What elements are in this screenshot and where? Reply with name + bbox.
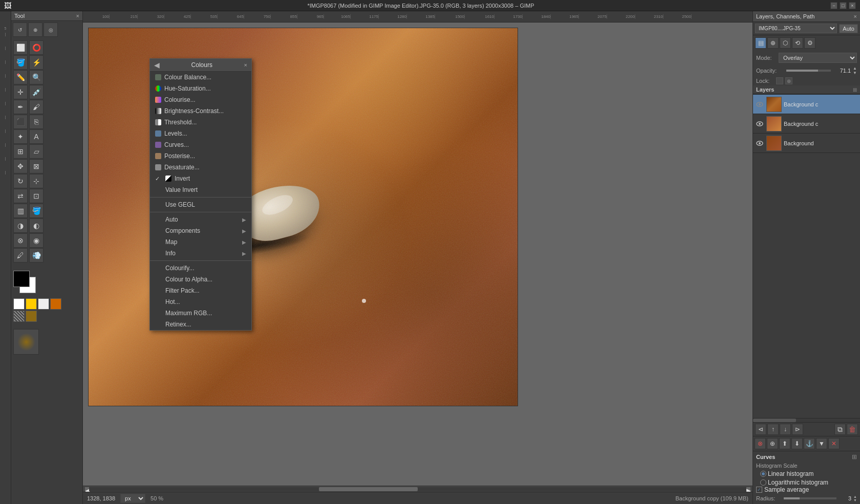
- linear-radio[interactable]: [760, 471, 766, 477]
- minimize-btn[interactable]: −: [830, 2, 837, 9]
- measure-tool[interactable]: ✛: [13, 85, 28, 99]
- opacity-up-btn[interactable]: ▲: [853, 66, 857, 71]
- colour-balance-item[interactable]: Colour Balance...: [150, 72, 251, 83]
- rect-select-tool[interactable]: ⬜: [13, 40, 28, 55]
- perspective-tool[interactable]: ⊡: [29, 189, 44, 203]
- hot-item[interactable]: Hot...: [150, 296, 251, 308]
- colourify-item[interactable]: Colourify...: [150, 262, 251, 274]
- move-tool[interactable]: ✥: [13, 159, 28, 173]
- use-gegl-item[interactable]: Use GEGL: [150, 199, 251, 210]
- dodge-tool[interactable]: ◑: [13, 218, 28, 233]
- components-item[interactable]: Components ▶: [150, 225, 251, 236]
- tab-channels-icon[interactable]: ⊕: [767, 37, 779, 49]
- maximum-rgb-item[interactable]: Maximum RGB...: [150, 308, 251, 319]
- canvas-wrapper[interactable]: ◀ Colours × Colour Balance... Hue-Satura…: [83, 23, 752, 486]
- paintbrush-tool[interactable]: 🖌: [29, 100, 44, 114]
- tool-panel-close-btn[interactable]: ×: [76, 13, 79, 19]
- fuzzy-select-tool[interactable]: ⚡: [29, 55, 44, 70]
- lock-pixels-check[interactable]: [776, 77, 783, 84]
- logarithmic-histogram-option[interactable]: Logarithmic histogram: [760, 479, 857, 486]
- white2-color-btn[interactable]: [38, 298, 49, 310]
- tool-option2-btn[interactable]: ⊕: [28, 23, 42, 37]
- colours-back-btn[interactable]: ◀: [154, 61, 160, 69]
- posterise-item[interactable]: Posterise...: [150, 150, 251, 162]
- auto-button[interactable]: Auto: [839, 24, 858, 33]
- foreground-color-swatch[interactable]: [13, 271, 30, 287]
- close-btn[interactable]: ×: [849, 2, 856, 9]
- h-scroll-thumb[interactable]: [319, 487, 418, 491]
- image-selector[interactable]: IMGP80....JPG-35: [755, 24, 837, 33]
- linear-histogram-option[interactable]: Linear histogram: [760, 470, 857, 477]
- ellipse-select-tool[interactable]: ⭕: [29, 40, 44, 55]
- value-invert-item[interactable]: Value Invert: [150, 184, 251, 195]
- layer-first-btn[interactable]: ⊲: [755, 424, 766, 435]
- burn-tool[interactable]: ◐: [29, 218, 44, 233]
- radius-slider[interactable]: [784, 497, 836, 499]
- merge-down-btn[interactable]: ▼: [816, 438, 827, 449]
- opacity-down-btn[interactable]: ▼: [853, 71, 857, 75]
- desaturate-item[interactable]: Desaturate...: [150, 162, 251, 173]
- h-scrollbar[interactable]: ◀ ▶: [83, 486, 752, 492]
- layers-scroll-thumb[interactable]: [753, 419, 796, 422]
- layer-eye-2[interactable]: [755, 119, 764, 128]
- layer-eye-3[interactable]: [755, 139, 764, 148]
- heal-tool[interactable]: ✦: [13, 129, 28, 144]
- colourise-item[interactable]: Colourise...: [150, 94, 251, 105]
- lock-position-icon[interactable]: ⊕: [785, 77, 792, 84]
- layer-last-btn[interactable]: ⊳: [792, 424, 803, 435]
- text-tool[interactable]: A: [29, 129, 44, 144]
- opacity-slider[interactable]: [786, 70, 831, 72]
- radius-up-btn[interactable]: ▲: [853, 495, 857, 498]
- auto-item[interactable]: Auto ▶: [150, 214, 251, 225]
- convolve-tool[interactable]: ◉: [29, 233, 44, 248]
- yellow-color-btn[interactable]: [26, 298, 37, 310]
- align-tool[interactable]: ⊠: [29, 159, 44, 173]
- h-scroll-left-btn[interactable]: ◀: [85, 487, 89, 491]
- blend-tool[interactable]: ▥: [13, 204, 28, 218]
- sample-avg-checkbox[interactable]: ✓: [756, 487, 762, 493]
- unit-selector[interactable]: px in mm: [120, 494, 145, 503]
- tool-option3-btn[interactable]: ◎: [44, 23, 58, 37]
- flatten-image-btn[interactable]: ⊗: [755, 438, 766, 449]
- color-picker-tool[interactable]: 💉: [29, 85, 44, 99]
- ink-tool[interactable]: 🖊: [13, 248, 28, 262]
- raise-layer-btn[interactable]: ⬆: [779, 438, 790, 449]
- tab-paths-icon[interactable]: ⬡: [780, 37, 791, 49]
- airbrush-tool[interactable]: 💨: [29, 248, 44, 262]
- filter-pack-item[interactable]: Filter Pack...: [150, 285, 251, 296]
- colours-panel-close-btn[interactable]: ×: [244, 62, 247, 68]
- layer-prev-btn[interactable]: ↑: [767, 424, 779, 435]
- eraser-tool[interactable]: ⬛: [13, 115, 28, 129]
- levels-item[interactable]: Levels...: [150, 128, 251, 139]
- section-expand-btn[interactable]: ⊞: [853, 87, 857, 93]
- logarithmic-radio[interactable]: [760, 479, 766, 486]
- right-panel-close-btn[interactable]: ×: [854, 13, 857, 19]
- radius-down-btn[interactable]: ▼: [853, 498, 857, 502]
- pattern2-btn[interactable]: [26, 311, 37, 322]
- path-tool[interactable]: ✏️: [13, 70, 28, 84]
- curves-item[interactable]: Curves...: [150, 139, 251, 150]
- tab-options-icon[interactable]: ⚙: [804, 37, 815, 49]
- threshold-item[interactable]: Threshold...: [150, 117, 251, 128]
- new-layer-btn[interactable]: ⊕: [767, 438, 778, 449]
- lower-layer-btn[interactable]: ⬇: [791, 438, 803, 449]
- smudge-tool[interactable]: ⊗: [13, 233, 28, 248]
- h-scroll-track[interactable]: [89, 487, 746, 491]
- layer-next-btn[interactable]: ↓: [780, 424, 791, 435]
- layer-delete-btn[interactable]: 🗑: [847, 424, 858, 435]
- tool-reset-btn[interactable]: ↺: [13, 23, 27, 37]
- layer-item-3[interactable]: Background: [753, 134, 860, 153]
- tab-history-icon[interactable]: ⟲: [792, 37, 803, 49]
- brightness-contrast-item[interactable]: Brightness-Contrast...: [150, 105, 251, 117]
- h-scroll-right-btn[interactable]: ▶: [746, 487, 750, 491]
- colour-to-alpha-item[interactable]: Colour to Alpha...: [150, 274, 251, 285]
- white-color-btn[interactable]: [13, 298, 25, 310]
- map-item[interactable]: Map ▶: [150, 236, 251, 248]
- orange-color-btn[interactable]: [50, 298, 61, 310]
- layer-item-2[interactable]: Background c: [753, 114, 860, 134]
- pencil-tool[interactable]: ✒: [13, 100, 28, 114]
- layer-item-1[interactable]: Background c: [753, 95, 860, 114]
- info-item[interactable]: Info ▶: [150, 248, 251, 259]
- layer-duplicate-btn[interactable]: ⧉: [834, 424, 846, 435]
- shear-tool[interactable]: ▱: [29, 144, 44, 159]
